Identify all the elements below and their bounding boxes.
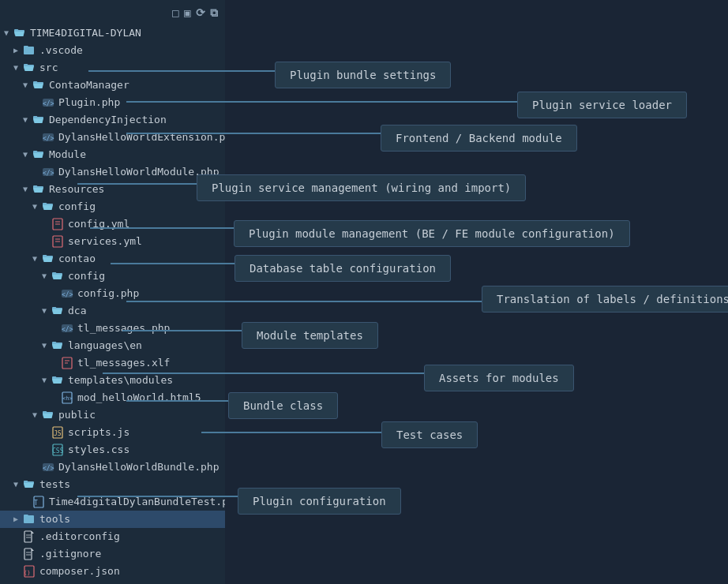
tree-item-label: DylansHelloWorldModule.php — [58, 164, 220, 180]
tree-arrow[interactable]: ▼ — [19, 112, 32, 128]
generic-icon — [22, 547, 36, 561]
yml-icon — [51, 217, 65, 231]
svg-text:{}: {} — [24, 570, 30, 576]
tree-arrow[interactable]: ▶ — [9, 43, 22, 58]
tree-item-gitignore[interactable]: .gitignore — [0, 545, 225, 563]
svg-text:</>: </> — [62, 326, 73, 333]
file-tree: ▼TIME4DIGITAL-DYLAN▶.vscode▼src▼ContaoMa… — [0, 24, 225, 584]
tree-item-tl-messages-xlf[interactable]: tl_messages.xlf — [0, 354, 225, 372]
css-icon: CSS — [51, 443, 65, 457]
tree-arrow[interactable]: ▼ — [19, 77, 32, 93]
tree-arrow[interactable]: ▼ — [38, 303, 51, 319]
tree-item-scripts-js[interactable]: JSscripts.js — [0, 424, 225, 441]
tree-item-bundle-php[interactable]: </>DylansHelloWorldBundle.php — [0, 459, 225, 476]
tree-item-label: Plugin.php — [58, 95, 120, 110]
callout-database-table-config: Database table configuration — [235, 255, 451, 282]
generic-icon — [22, 530, 36, 544]
callout-plugin-bundle-settings: Plugin bundle settings — [275, 62, 451, 88]
yml-icon — [51, 234, 65, 249]
tree-item-editorconfig[interactable]: .editorconfig — [0, 528, 225, 545]
tree-item-dca[interactable]: ▼dca — [0, 302, 225, 320]
new-file-icon[interactable]: □ — [172, 6, 179, 20]
tree-item-styles-css[interactable]: CSSstyles.css — [0, 441, 225, 459]
xlf-icon — [60, 356, 74, 370]
tree-item-dylans-ext-php[interactable]: </>DylansHelloWorldExtension.php — [0, 129, 225, 146]
tree-item-plugin-php[interactable]: </>Plugin.php — [0, 94, 225, 111]
tree-arrow[interactable]: ▼ — [0, 25, 13, 41]
tree-item-src[interactable]: ▼src — [0, 59, 225, 77]
tree-arrow[interactable]: ▼ — [19, 182, 32, 197]
tree-item-ecs-php[interactable]: </>ecs.php — [0, 580, 225, 584]
tree-item-languages[interactable]: ▼languages\en — [0, 337, 225, 354]
tree-item-dependency-injection[interactable]: ▼DependencyInjection — [0, 111, 225, 129]
folder-open-icon — [32, 182, 46, 197]
refresh-icon[interactable]: ⟳ — [196, 6, 206, 20]
tree-item-contao-config[interactable]: ▼config — [0, 268, 225, 285]
tree-item-label: scripts.js — [68, 425, 129, 440]
tree-item-label: config.yml — [68, 216, 129, 232]
tree-item-module-php[interactable]: </>DylansHelloWorldModule.php — [0, 163, 225, 181]
tree-item-label: .vscode — [39, 43, 83, 58]
callout-module-templates: Module templates — [242, 322, 378, 349]
tree-item-root[interactable]: ▼TIME4DIGITAL-DYLAN — [0, 24, 225, 42]
svg-rect-32 — [24, 548, 32, 560]
connector-test-cases — [201, 432, 381, 433]
tree-item-label: public — [58, 407, 96, 423]
tree-item-mod-html[interactable]: <h>mod_helloWorld.html5 — [0, 389, 225, 406]
tree-arrow[interactable]: ▶ — [9, 511, 22, 527]
tree-item-tools[interactable]: ▶tools — [0, 511, 225, 528]
tree-item-contao[interactable]: ▼contao — [0, 250, 225, 268]
tree-item-vscode[interactable]: ▶.vscode — [0, 42, 225, 59]
php-icon: </> — [41, 95, 55, 110]
tree-arrow[interactable]: ▼ — [28, 199, 41, 215]
tree-item-label: .gitignore — [39, 546, 101, 562]
tree-item-services-yml[interactable]: services.yml — [0, 233, 225, 250]
svg-text:JS: JS — [54, 430, 62, 437]
tree-item-label: DylansHelloWorldExtension.php — [58, 129, 225, 145]
php-icon: </> — [60, 321, 74, 335]
svg-text:</>: </> — [43, 135, 54, 142]
tree-item-tests[interactable]: ▼tests — [0, 476, 225, 493]
tree-item-contao-manager[interactable]: ▼ContaoManager — [0, 77, 225, 94]
tree-arrow[interactable]: ▼ — [38, 268, 51, 284]
tree-arrow[interactable]: ▼ — [38, 338, 51, 354]
tree-arrow[interactable]: ▼ — [9, 477, 22, 492]
folder-open-icon — [51, 304, 65, 318]
js-icon: JS — [51, 425, 65, 440]
tree-item-public[interactable]: ▼public — [0, 406, 225, 424]
callout-plugin-module-management: Plugin module management (BE / FE module… — [234, 220, 630, 247]
callout-assets-for-modules: Assets for modules — [424, 365, 574, 391]
tree-item-label: src — [39, 60, 58, 76]
connector-module-templates — [122, 330, 242, 331]
svg-text:</>: </> — [43, 465, 54, 472]
svg-text:<h>: <h> — [62, 395, 73, 402]
folder-open-icon — [41, 408, 55, 422]
tree-item-label: languages\en — [68, 338, 142, 354]
json-icon: {} — [22, 564, 36, 578]
tree-item-config-yml[interactable]: config.yml — [0, 215, 225, 233]
tree-arrow[interactable]: ▼ — [19, 147, 32, 163]
tree-arrow[interactable]: ▼ — [38, 372, 51, 388]
tree-arrow[interactable]: ▼ — [28, 407, 41, 423]
tree-item-contao-config-php[interactable]: </>config.php — [0, 285, 225, 302]
php-icon: </> — [41, 130, 55, 144]
new-folder-icon[interactable]: ▣ — [184, 6, 191, 20]
tree-item-module[interactable]: ▼Module — [0, 146, 225, 163]
connector-plugin-service-management — [77, 183, 197, 185]
tree-arrow[interactable]: ▼ — [28, 251, 41, 267]
folder-open-icon — [41, 252, 55, 266]
folder-open-icon — [32, 78, 46, 92]
connector-plugin-bundle-settings — [88, 70, 275, 72]
collapse-icon[interactable]: ⧉ — [210, 6, 219, 20]
tree-item-label: templates\modules — [68, 372, 173, 388]
sidebar-header: □ ▣ ⟳ ⧉ — [0, 3, 225, 23]
tree-item-res-config[interactable]: ▼config — [0, 198, 225, 215]
tree-item-tl-messages-php[interactable]: </>tl_messages.php — [0, 320, 225, 337]
folder-icon — [22, 43, 36, 58]
callout-test-cases: Test cases — [381, 421, 478, 448]
tree-item-templates[interactable]: ▼templates\modules — [0, 372, 225, 389]
tree-item-composer-json[interactable]: {}composer.json — [0, 563, 225, 580]
folder-open-icon — [13, 26, 27, 40]
tree-item-label: ContaoManager — [49, 77, 129, 93]
tree-arrow[interactable]: ▼ — [9, 60, 22, 76]
